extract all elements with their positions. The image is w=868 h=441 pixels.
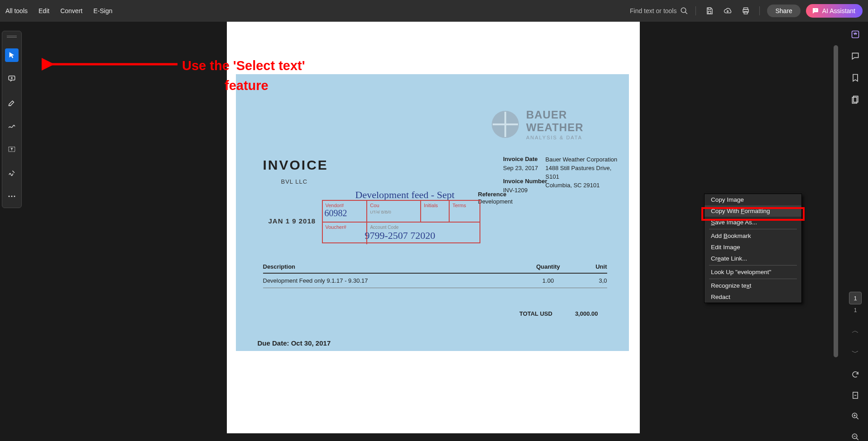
svg-rect-2 xyxy=(708,8,711,9)
menu-edit[interactable]: Edit xyxy=(38,7,49,14)
tool-palette xyxy=(2,31,22,208)
reference-label: Reference xyxy=(478,191,507,198)
comment-tool[interactable] xyxy=(5,72,19,85)
stamp-grid: Vendor# 60982 Cou UT/4/ B/B/0 Initials T… xyxy=(322,200,480,243)
page-indicator: 1 1 xyxy=(849,292,862,313)
stamp-vendor-label: Vendor# xyxy=(326,203,344,208)
logo-name-2: WEATHER xyxy=(526,121,584,134)
context-menu-item[interactable]: Save Image As... xyxy=(705,217,801,228)
annotation-arrow xyxy=(42,49,187,81)
stamp-vendor-value: 60982 xyxy=(325,208,347,218)
cloud-upload-icon[interactable] xyxy=(721,5,734,17)
svg-point-0 xyxy=(681,8,686,13)
menu-all-tools[interactable]: All tools xyxy=(5,7,28,14)
context-menu-item[interactable]: Edit Image xyxy=(705,242,801,253)
context-menu-item[interactable]: Look Up "evelopment" xyxy=(705,266,801,278)
menu-convert[interactable]: Convert xyxy=(60,7,82,14)
svg-rect-3 xyxy=(708,11,711,14)
invoice-number: INV-1209 xyxy=(503,186,547,195)
annotation-line2: feature xyxy=(182,76,305,96)
row-unit: 3,0 xyxy=(571,277,607,284)
divider xyxy=(759,6,760,15)
stamp-cou-label: Cou xyxy=(370,203,379,208)
document-canvas[interactable]: BAUER WEATHER ANALYSIS & DATA INVOICE BV… xyxy=(24,22,843,441)
stamp-terms-label: Terms xyxy=(452,203,466,208)
svg-rect-18 xyxy=(852,31,859,38)
page-down-icon[interactable]: ﹀ xyxy=(852,348,859,358)
company-logo: BAUER WEATHER ANALYSIS & DATA xyxy=(491,109,584,140)
corp-name: Bauer Weather Corporation xyxy=(546,156,618,164)
comments-panel-icon[interactable] xyxy=(851,52,860,61)
page-total: 1 xyxy=(854,307,857,313)
genai-panel-icon[interactable] xyxy=(851,30,860,39)
page-current[interactable]: 1 xyxy=(849,292,862,304)
context-menu-item[interactable]: Create Link... xyxy=(705,253,801,264)
svg-rect-16 xyxy=(493,123,518,125)
more-tools-icon[interactable] xyxy=(5,190,19,203)
search-box[interactable]: Find text or tools xyxy=(630,7,689,15)
svg-line-27 xyxy=(856,438,858,440)
draw-tool[interactable] xyxy=(5,119,19,133)
palette-grip[interactable] xyxy=(7,36,17,38)
context-menu[interactable]: Copy ImageCopy With FormattingSave Image… xyxy=(704,194,802,303)
line-items-table: Description Quantity Unit Development Fe… xyxy=(263,263,607,288)
pages-panel-icon[interactable] xyxy=(851,95,860,104)
total-value: 3,000.00 xyxy=(575,310,598,317)
share-button[interactable]: Share xyxy=(767,5,800,17)
sign-tool[interactable] xyxy=(5,166,19,180)
select-tool[interactable] xyxy=(5,48,19,62)
row-desc: Development Feed only 9.1.17 - 9.30.17 xyxy=(263,277,526,284)
stamp-voucher-label: Voucher# xyxy=(326,224,346,230)
invoice-date: Sep 23, 2017 xyxy=(503,164,547,173)
ai-assistant-label: AI Assistant xyxy=(822,7,855,14)
totals: TOTAL USD 3,000.00 xyxy=(519,310,598,317)
corp-addr2: Columbia, SC 29101 xyxy=(546,181,618,190)
zoom-out-icon[interactable] xyxy=(851,433,859,441)
invoice-document: BAUER WEATHER ANALYSIS & DATA INVOICE BV… xyxy=(236,74,629,351)
invoice-title: INVOICE xyxy=(263,157,328,173)
textbox-tool[interactable] xyxy=(5,142,19,156)
ai-sparkle-icon xyxy=(811,7,820,15)
fit-page-icon[interactable] xyxy=(851,391,859,399)
search-icon[interactable] xyxy=(680,7,688,15)
invoice-number-label: Invoice Number xyxy=(503,177,547,186)
highlight-tool[interactable] xyxy=(5,95,19,109)
save-icon[interactable] xyxy=(703,5,716,17)
context-menu-item[interactable]: Copy With Formatting xyxy=(705,205,801,217)
invoice-meta: Invoice Date Sep 23, 2017 Invoice Number… xyxy=(503,155,547,194)
page-up-icon[interactable]: ︿ xyxy=(852,326,859,336)
reference-value: Development xyxy=(478,198,513,205)
context-menu-item[interactable]: Add Bookmark xyxy=(705,230,801,242)
table-row: Development Feed only 9.1.17 - 9.30.17 1… xyxy=(263,274,607,288)
col-unit: Unit xyxy=(571,263,607,270)
total-label: TOTAL USD xyxy=(519,310,552,317)
annotation-line1: Use the 'Select text' xyxy=(182,56,305,76)
svg-point-11 xyxy=(9,196,10,197)
corp-addr1: 1488 Still Pastures Drive, S101 xyxy=(546,164,618,181)
received-date-stamp: JAN 1 9 2018 xyxy=(269,217,316,225)
scrollbar-thumb[interactable] xyxy=(834,45,838,357)
ai-assistant-button[interactable]: AI Assistant xyxy=(806,4,863,18)
logo-mark-icon xyxy=(491,110,520,139)
rotate-icon[interactable] xyxy=(851,370,859,379)
company-address: Bauer Weather Corporation 1488 Still Pas… xyxy=(546,156,618,190)
due-date: Due Date: Oct 30, 2017 xyxy=(258,339,331,347)
stamp-cou-value: UT/4/ B/B/0 xyxy=(370,210,417,214)
menu-esign[interactable]: E-Sign xyxy=(93,7,112,14)
logo-name-1: BAUER xyxy=(526,109,584,121)
bookmarks-panel-icon[interactable] xyxy=(851,73,860,82)
stamp-acct-label: Account Code xyxy=(370,225,398,230)
svg-line-23 xyxy=(856,417,858,419)
top-menu: All tools Edit Convert E-Sign xyxy=(5,7,112,14)
stamp-acct-value: 9799-2507 72020 xyxy=(364,230,435,242)
svg-line-1 xyxy=(686,12,688,14)
context-menu-item[interactable]: Recognize text xyxy=(705,280,801,291)
search-placeholder: Find text or tools xyxy=(630,7,677,14)
zoom-in-icon[interactable] xyxy=(851,412,859,420)
bill-to: BVL LLC xyxy=(281,178,308,185)
print-icon[interactable] xyxy=(739,5,752,17)
context-menu-item[interactable]: Redact xyxy=(705,291,801,303)
svg-point-13 xyxy=(14,196,15,197)
context-menu-item[interactable]: Copy Image xyxy=(705,194,801,205)
top-toolbar: All tools Edit Convert E-Sign Find text … xyxy=(0,0,868,22)
